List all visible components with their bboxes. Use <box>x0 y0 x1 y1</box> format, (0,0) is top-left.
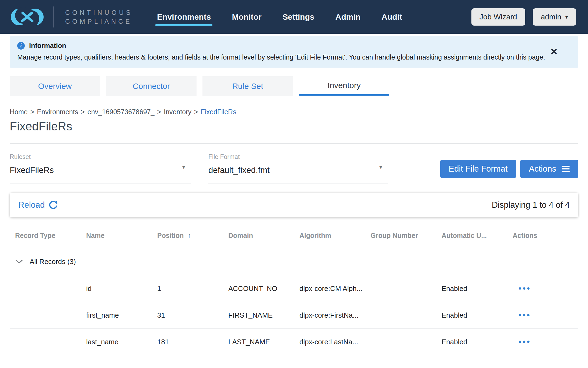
nav-item-settings[interactable]: Settings <box>282 12 314 22</box>
breadcrumb: Home > Environments > env_1690573678697_… <box>0 108 588 116</box>
banner-title-row: i Information <box>17 42 570 50</box>
hamburger-icon <box>562 166 570 172</box>
filters-row: Ruleset FixedFileRs ▼ File Format defaul… <box>0 153 588 183</box>
column-header-group-number[interactable]: Group Number <box>365 232 436 239</box>
column-label: Record Type <box>15 232 55 239</box>
column-label: Name <box>86 232 104 239</box>
cell-name: last_name <box>81 338 152 346</box>
main-nav: Environments Monitor Settings Admin Audi… <box>157 12 402 22</box>
cell-domain: LAST_NAME <box>223 338 294 346</box>
column-label: Group Number <box>370 232 418 239</box>
breadcrumb-separator: > <box>194 108 198 116</box>
cell-name: id <box>81 284 152 293</box>
sort-ascending-icon[interactable]: ↑ <box>188 231 191 240</box>
breadcrumb-current[interactable]: FixedFileRs <box>201 108 236 116</box>
page-title: FixedFileRs <box>0 120 588 133</box>
breadcrumb-separator: > <box>81 108 85 116</box>
nav-item-monitor[interactable]: Monitor <box>232 12 261 22</box>
info-icon: i <box>17 42 25 50</box>
brand-line-2: COMPLIANCE <box>65 17 133 26</box>
brand-text: CONTINUOUS COMPLIANCE <box>65 8 133 26</box>
dropdown-triangle-icon: ▼ <box>181 164 186 170</box>
cell-automatic-update: Enabled <box>436 311 507 320</box>
row-actions-menu-icon[interactable]: ••• <box>507 284 578 293</box>
group-cell: All Records (3) <box>10 258 294 266</box>
table-row[interactable]: last_name 181 LAST_NAME dlpx-core:LastNa… <box>10 329 578 355</box>
group-row-all-records[interactable]: All Records (3) <box>10 248 578 275</box>
breadcrumb-separator: > <box>30 108 34 116</box>
breadcrumb-environment-name[interactable]: env_1690573678697_ <box>88 108 155 116</box>
file-format-select[interactable]: File Format default_fixed.fmt ▼ <box>208 153 388 183</box>
column-header-position[interactable]: Position ↑ <box>152 231 223 240</box>
cell-domain: ACCOUNT_NO <box>223 284 294 293</box>
tab-rule-set[interactable]: Rule Set <box>202 76 293 96</box>
ruleset-select[interactable]: Ruleset FixedFileRs ▼ <box>10 153 191 183</box>
actions-label: Actions <box>529 164 556 174</box>
chevron-down-icon[interactable] <box>16 259 23 264</box>
cell-algorithm: dlpx-core:FirstNa... <box>294 311 365 320</box>
reload-button[interactable]: Reload <box>18 200 58 210</box>
column-header-domain[interactable]: Domain <box>223 232 294 239</box>
column-label: Algorithm <box>299 232 331 239</box>
user-menu-label: admin <box>541 13 561 21</box>
topbar-right: Job Wizard admin ▾ <box>471 8 576 26</box>
group-row-label: All Records (3) <box>30 258 76 266</box>
title-divider <box>10 143 578 144</box>
cell-algorithm: dlpx-core:CM Alph... <box>294 284 365 293</box>
refresh-icon <box>48 200 58 210</box>
column-label: Automatic U... <box>442 232 487 239</box>
environment-tabs: Overview Connector Rule Set Inventory <box>0 76 588 96</box>
brand-line-1: CONTINUOUS <box>65 8 133 17</box>
ruleset-value: FixedFileRs <box>10 165 191 175</box>
filter-buttons: Edit File Format Actions <box>440 160 578 178</box>
table-row[interactable]: id 1 ACCOUNT_NO dlpx-core:CM Alph... Ena… <box>10 275 578 302</box>
cell-domain: FIRST_NAME <box>223 311 294 320</box>
tab-overview[interactable]: Overview <box>10 76 100 96</box>
breadcrumb-environments[interactable]: Environments <box>37 108 78 116</box>
column-label: Position <box>157 232 184 239</box>
dropdown-triangle-icon: ▼ <box>378 164 383 170</box>
cell-position: 31 <box>152 311 223 320</box>
table-header-row: Record Type Name Position ↑ Domain Algor… <box>10 217 578 248</box>
delphix-logo[interactable] <box>11 6 44 27</box>
cell-position: 1 <box>152 284 223 293</box>
top-navigation-bar: CONTINUOUS COMPLIANCE Environments Monit… <box>0 0 588 34</box>
job-wizard-label: Job Wizard <box>480 13 517 21</box>
banner-message: Manage record types, qualifiers, headers… <box>17 53 570 61</box>
nav-item-environments[interactable]: Environments <box>157 12 211 22</box>
table-toolbar: Reload Displaying 1 to 4 of 4 <box>10 193 578 217</box>
tab-inventory[interactable]: Inventory <box>299 76 389 96</box>
tab-connector[interactable]: Connector <box>106 76 197 96</box>
tab-rule-set-label: Rule Set <box>232 82 263 91</box>
ruleset-label: Ruleset <box>10 153 191 161</box>
delphix-logo-icon <box>11 6 44 27</box>
user-menu-button[interactable]: admin ▾ <box>533 8 576 26</box>
row-actions-menu-icon[interactable]: ••• <box>507 337 578 346</box>
column-header-name[interactable]: Name <box>81 232 152 239</box>
banner-title: Information <box>29 42 66 50</box>
row-actions-menu-icon[interactable]: ••• <box>507 311 578 320</box>
actions-button[interactable]: Actions <box>520 160 578 178</box>
job-wizard-button[interactable]: Job Wizard <box>471 8 525 26</box>
file-format-value: default_fixed.fmt <box>208 165 388 175</box>
table-row[interactable]: first_name 31 FIRST_NAME dlpx-core:First… <box>10 302 578 329</box>
column-header-algorithm[interactable]: Algorithm <box>294 232 365 239</box>
breadcrumb-inventory[interactable]: Inventory <box>164 108 191 116</box>
column-header-automatic-update[interactable]: Automatic U... <box>436 232 507 239</box>
edit-file-format-button[interactable]: Edit File Format <box>440 160 516 178</box>
cell-position: 181 <box>152 338 223 346</box>
column-header-record-type[interactable]: Record Type <box>10 232 81 239</box>
column-label: Domain <box>228 232 253 239</box>
breadcrumb-home[interactable]: Home <box>10 108 28 116</box>
breadcrumb-separator: > <box>157 108 161 116</box>
nav-item-audit[interactable]: Audit <box>382 12 402 22</box>
inventory-table: Record Type Name Position ↑ Domain Algor… <box>10 217 578 355</box>
cell-algorithm: dlpx-core:LastNa... <box>294 338 365 346</box>
file-format-label: File Format <box>208 153 388 161</box>
nav-item-admin[interactable]: Admin <box>335 12 360 22</box>
column-label: Actions <box>513 232 537 239</box>
cell-name: first_name <box>81 311 152 320</box>
close-icon[interactable]: × <box>550 47 557 56</box>
chevron-down-icon: ▾ <box>565 13 568 20</box>
brand-divider <box>53 6 54 27</box>
